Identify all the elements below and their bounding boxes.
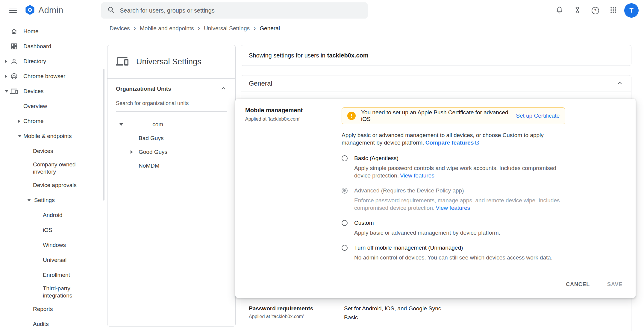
chrome-icon xyxy=(10,72,18,80)
radio-button-advanced[interactable] xyxy=(342,188,348,194)
view-features-link[interactable]: View features xyxy=(436,205,470,211)
sidebar-scrollbar[interactable] xyxy=(103,69,104,201)
view-features-link[interactable]: View features xyxy=(400,172,434,179)
sidebar-item-audits[interactable]: Audits xyxy=(0,317,105,331)
caret-right-icon[interactable] xyxy=(5,60,7,63)
breadcrumb-universal-settings[interactable]: Universal Settings xyxy=(204,25,250,32)
sidebar: Home Dashboard Directory xyxy=(0,21,105,331)
chevron-up-icon[interactable] xyxy=(616,79,623,88)
tasks-button[interactable] xyxy=(570,4,584,17)
ou-tree-item-good-guys[interactable]: Good Guys xyxy=(107,145,235,159)
organizational-units-section-toggle[interactable]: Organizational Units xyxy=(107,79,235,99)
radio-button-unmanaged[interactable] xyxy=(342,245,348,251)
sidebar-item-label: Settings xyxy=(34,197,55,204)
radio-button-custom[interactable] xyxy=(342,220,348,226)
sidebar-item-home[interactable]: Home xyxy=(0,24,105,39)
ou-tree-item-bad-guys[interactable]: Bad Guys xyxy=(107,131,235,145)
option-description: Apply simple password controls and wipe … xyxy=(354,164,565,179)
option-description-text: Apply basic or advanced management by de… xyxy=(354,230,500,236)
apps-grid-icon xyxy=(610,6,617,15)
dashboard-icon xyxy=(10,42,18,50)
sidebar-item-overview[interactable]: Overview xyxy=(0,99,105,114)
sidebar-item-label: Directory xyxy=(23,58,46,65)
notifications-button[interactable] xyxy=(552,4,566,17)
caret-right-icon[interactable] xyxy=(18,119,20,123)
sidebar-item-dashboard[interactable]: Dashboard xyxy=(0,39,105,54)
page-title: Universal Settings xyxy=(136,57,201,66)
sidebar-item-directory[interactable]: Directory xyxy=(0,54,105,69)
sidebar-item-devices-sub[interactable]: Devices xyxy=(0,144,105,159)
breadcrumb-mobile-and-endpoints[interactable]: Mobile and endpoints xyxy=(140,25,194,32)
dialog-label-block: Mobile management Applied at 'tackleb0x.… xyxy=(245,107,303,122)
search-input[interactable] xyxy=(120,7,362,14)
sidebar-item-company-owned-inventory[interactable]: Company owned inventory xyxy=(0,159,105,178)
chevron-right-icon: › xyxy=(198,25,200,32)
sidebar-item-label: Chrome browser xyxy=(23,73,65,80)
sidebar-item-mobile-endpoints[interactable]: Mobile & endpoints xyxy=(0,129,105,144)
sidebar-item-label: Device approvals xyxy=(33,182,77,189)
ou-tree-item-nomdm[interactable]: NoMDM xyxy=(107,159,235,173)
help-button[interactable]: ? xyxy=(588,4,602,17)
sidebar-item-third-party-integrations[interactable]: Third-party integrations xyxy=(0,283,105,302)
general-section-header[interactable]: General xyxy=(241,75,631,92)
person-icon xyxy=(10,57,18,65)
sidebar-item-enrollment[interactable]: Enrollment xyxy=(0,268,105,283)
radio-option-custom: Custom Apply basic or advanced managemen… xyxy=(342,219,565,236)
external-link-icon xyxy=(475,140,480,146)
caret-right-icon[interactable] xyxy=(131,150,133,154)
sidebar-item-windows[interactable]: Windows xyxy=(0,238,105,253)
ou-search-input[interactable]: Search for organizational units xyxy=(116,100,227,112)
radio-button-basic[interactable] xyxy=(342,155,348,161)
chevron-up-icon[interactable] xyxy=(220,85,227,93)
home-icon xyxy=(10,28,18,35)
dialog-title: Mobile management xyxy=(245,107,303,114)
sidebar-item-devices[interactable]: Devices xyxy=(0,84,105,99)
sidebar-item-reports[interactable]: Reports xyxy=(0,302,105,317)
password-requirements-level: Basic xyxy=(344,314,441,321)
breadcrumb-devices[interactable]: Devices xyxy=(110,25,130,32)
warning-text: You need to set up an Apple Push Certifi… xyxy=(361,109,510,122)
option-title: Advanced (Requires the Device Policy app… xyxy=(354,187,464,194)
password-requirements-applied-at: Applied at 'tackleb0x.com' xyxy=(249,314,344,319)
option-description-text: No admin control of devices. You can sti… xyxy=(354,254,552,261)
question-circle-icon: ? xyxy=(592,7,599,14)
sidebar-item-ios[interactable]: iOS xyxy=(0,223,105,238)
option-title: Basic (Agentless) xyxy=(354,155,398,162)
sidebar-item-android[interactable]: Android xyxy=(0,208,105,223)
cancel-button[interactable]: CANCEL xyxy=(566,281,590,288)
hourglass-icon xyxy=(573,6,581,15)
sidebar-item-label: Home xyxy=(23,28,39,35)
sidebar-item-chrome-browser[interactable]: Chrome browser xyxy=(0,69,105,84)
universal-settings-icon xyxy=(116,55,128,69)
option-description: No admin control of devices. You can sti… xyxy=(354,254,565,261)
chevron-right-icon: › xyxy=(254,25,256,32)
password-requirements-title: Password requirements xyxy=(249,305,344,312)
caret-down-icon[interactable] xyxy=(27,199,31,201)
admin-logo-icon xyxy=(25,4,35,16)
avatar[interactable]: T xyxy=(624,3,639,18)
password-requirements-row[interactable]: Password requirements Applied at 'tackle… xyxy=(241,305,631,321)
sidebar-item-label: Overview xyxy=(23,103,47,110)
sidebar-item-label: Company owned inventory xyxy=(33,161,85,175)
sidebar-item-device-approvals[interactable]: Device approvals xyxy=(0,178,105,193)
caret-down-icon[interactable] xyxy=(119,123,123,126)
caret-down-icon[interactable] xyxy=(5,90,8,92)
caret-right-icon[interactable] xyxy=(5,75,7,78)
hamburger-menu-button[interactable] xyxy=(6,4,20,17)
sidebar-item-chrome[interactable]: Chrome xyxy=(0,114,105,129)
set-up-certificate-link[interactable]: Set up Certificate xyxy=(516,113,560,119)
ou-tree-label: Good Guys xyxy=(139,149,167,155)
option-description: Apply basic or advanced management by de… xyxy=(354,229,565,236)
ou-tree-item-root[interactable]: .com xyxy=(107,118,235,131)
search-bar[interactable] xyxy=(101,2,368,19)
compare-features-link[interactable]: Compare features xyxy=(425,139,474,146)
caret-down-icon[interactable] xyxy=(18,135,22,137)
apps-grid-button[interactable] xyxy=(606,4,620,17)
sidebar-item-universal[interactable]: Universal xyxy=(0,253,105,268)
radio-option-basic: Basic (Agentless) Apply simple password … xyxy=(342,155,565,179)
organizational-units-panel: Universal Settings Organizational Units … xyxy=(107,45,236,327)
ou-tree-label: NoMDM xyxy=(139,163,160,169)
save-button[interactable]: SAVE xyxy=(607,281,622,288)
option-title: Turn off mobile management (Unmanaged) xyxy=(354,245,463,251)
sidebar-item-settings[interactable]: Settings xyxy=(0,193,105,208)
